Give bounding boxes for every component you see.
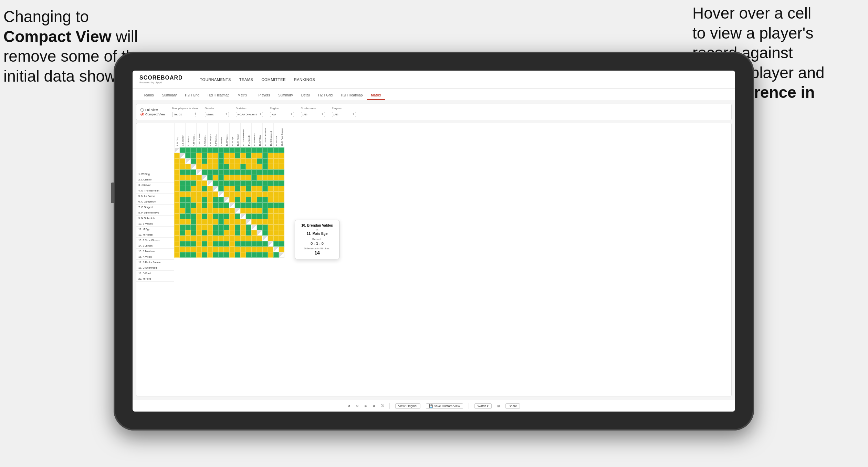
- grid-cell[interactable]: [202, 214, 207, 219]
- grid-cell[interactable]: [240, 147, 246, 153]
- grid-cell[interactable]: [174, 241, 180, 247]
- grid-cell[interactable]: [246, 186, 251, 191]
- tab-h2h-grid2[interactable]: H2H Grid: [314, 91, 337, 100]
- grid-cell[interactable]: [185, 180, 191, 186]
- grid-cell[interactable]: [224, 169, 229, 175]
- grid-cell[interactable]: [251, 214, 257, 219]
- grid-cell[interactable]: [196, 186, 202, 191]
- grid-cell[interactable]: [224, 197, 229, 203]
- grid-cell[interactable]: [279, 230, 284, 236]
- grid-cell[interactable]: [235, 214, 240, 219]
- grid-cell[interactable]: [174, 164, 180, 169]
- grid-cell[interactable]: [185, 252, 191, 258]
- grid-cell[interactable]: [196, 169, 202, 175]
- grid-cell[interactable]: [268, 219, 273, 225]
- grid-cell[interactable]: [180, 225, 185, 230]
- grid-cell[interactable]: [240, 153, 246, 158]
- grid-cell[interactable]: [246, 225, 251, 230]
- grid-cell[interactable]: [240, 169, 246, 175]
- grid-cell[interactable]: [218, 247, 224, 252]
- grid-cell[interactable]: [224, 252, 229, 258]
- grid-cell[interactable]: [262, 180, 268, 186]
- grid-cell[interactable]: [196, 175, 202, 180]
- grid-cell[interactable]: [251, 186, 257, 191]
- grid-cell[interactable]: [268, 175, 273, 180]
- grid-cell[interactable]: [246, 247, 251, 252]
- grid-cell[interactable]: [268, 186, 273, 191]
- grid-cell[interactable]: [196, 191, 202, 197]
- grid-cell[interactable]: [229, 214, 235, 219]
- grid-cell[interactable]: [229, 191, 235, 197]
- grid-cell[interactable]: [273, 175, 279, 180]
- grid-cell[interactable]: [185, 169, 191, 175]
- grid-cell[interactable]: [185, 241, 191, 247]
- grid-cell[interactable]: [191, 153, 196, 158]
- grid-cell[interactable]: [202, 158, 207, 164]
- grid-cell[interactable]: [251, 169, 257, 175]
- grid-cell[interactable]: [257, 247, 262, 252]
- grid-cell[interactable]: [257, 197, 262, 203]
- grid-cell[interactable]: [268, 158, 273, 164]
- tab-matrix1[interactable]: Matrix: [233, 91, 251, 100]
- grid-cell[interactable]: [279, 247, 284, 252]
- grid-cell[interactable]: [196, 153, 202, 158]
- grid-cell[interactable]: [180, 208, 185, 214]
- grid-cell[interactable]: [257, 164, 262, 169]
- grid-cell[interactable]: [180, 158, 185, 164]
- grid-cell[interactable]: [257, 241, 262, 247]
- grid-cell[interactable]: [268, 180, 273, 186]
- grid-cell[interactable]: [213, 236, 218, 241]
- grid-cell[interactable]: [268, 252, 273, 258]
- grid-cell[interactable]: [279, 153, 284, 158]
- grid-cell[interactable]: [251, 247, 257, 252]
- grid-cell[interactable]: [246, 203, 251, 208]
- nav-committee[interactable]: COMMITTEE: [261, 76, 286, 83]
- grid-cell[interactable]: [196, 219, 202, 225]
- grid-cell[interactable]: [207, 158, 213, 164]
- grid-cell[interactable]: [268, 208, 273, 214]
- grid-cell[interactable]: [224, 230, 229, 236]
- grid-cell[interactable]: [279, 252, 284, 258]
- grid-cell[interactable]: [257, 169, 262, 175]
- radio-compact-view[interactable]: Compact View: [140, 113, 165, 116]
- grid-cell[interactable]: [207, 186, 213, 191]
- grid-cell[interactable]: [218, 169, 224, 175]
- grid-cell[interactable]: [218, 208, 224, 214]
- grid-cell[interactable]: [268, 147, 273, 153]
- grid-cell[interactable]: [268, 230, 273, 236]
- grid-cell[interactable]: [180, 197, 185, 203]
- grid-cell[interactable]: [207, 208, 213, 214]
- grid-cell[interactable]: [202, 252, 207, 258]
- grid-cell[interactable]: [207, 247, 213, 252]
- grid-cell[interactable]: [218, 153, 224, 158]
- undo-btn[interactable]: ↺: [348, 404, 351, 408]
- grid-cell[interactable]: [268, 191, 273, 197]
- grid-cell[interactable]: [257, 252, 262, 258]
- grid-cell[interactable]: [235, 169, 240, 175]
- grid-cell[interactable]: [235, 225, 240, 230]
- grid-cell[interactable]: [174, 252, 180, 258]
- grid-cell[interactable]: [174, 236, 180, 241]
- grid-cell[interactable]: [240, 186, 246, 191]
- grid-cell[interactable]: [246, 175, 251, 180]
- grid-cell[interactable]: [279, 203, 284, 208]
- grid-cell[interactable]: [279, 169, 284, 175]
- layout-btn[interactable]: ⊞: [497, 404, 500, 408]
- grid-cell[interactable]: [191, 186, 196, 191]
- grid-cell[interactable]: [240, 203, 246, 208]
- grid-cell[interactable]: [229, 164, 235, 169]
- grid-cell[interactable]: [191, 225, 196, 230]
- grid-cell[interactable]: [191, 208, 196, 214]
- grid-cell[interactable]: [279, 147, 284, 153]
- grid-cell[interactable]: [262, 158, 268, 164]
- grid-cell[interactable]: [268, 153, 273, 158]
- grid-cell[interactable]: [262, 208, 268, 214]
- grid-cell[interactable]: [180, 180, 185, 186]
- grid-cell[interactable]: [273, 153, 279, 158]
- matrix-area[interactable]: 1. W Ding 2. L Clanton 3. J Kolvun 4. M …: [136, 123, 732, 396]
- grid-cell[interactable]: [240, 191, 246, 197]
- grid-cell[interactable]: [196, 203, 202, 208]
- grid-cell[interactable]: [185, 197, 191, 203]
- grid-cell[interactable]: [213, 252, 218, 258]
- grid-cell[interactable]: [262, 197, 268, 203]
